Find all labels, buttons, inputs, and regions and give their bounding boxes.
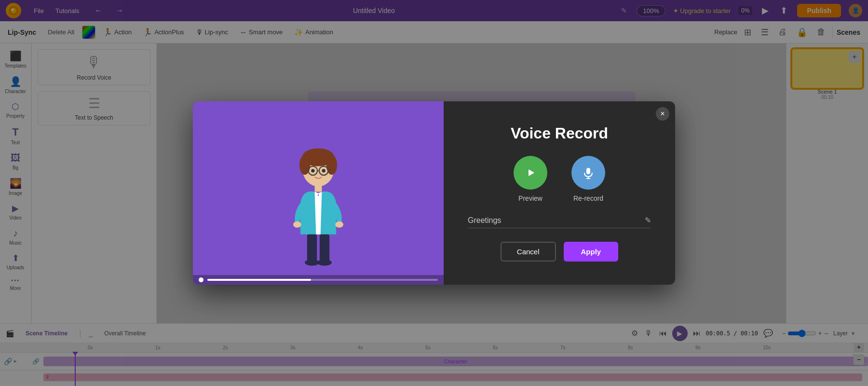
rerecord-label: Re-record: [573, 194, 603, 202]
modal-video-progress: [193, 275, 444, 285]
cancel-button[interactable]: Cancel: [501, 242, 556, 262]
modal-actions: Preview Re-record: [514, 156, 605, 202]
svg-point-13: [322, 169, 325, 172]
apply-button[interactable]: Apply: [564, 242, 619, 262]
rerecord-button[interactable]: [571, 156, 605, 190]
modal-right-panel: Voice Record Preview: [444, 101, 675, 285]
play-icon: [524, 166, 537, 179]
svg-rect-22: [586, 168, 590, 174]
preview-action: Preview: [514, 156, 547, 202]
greetings-input[interactable]: [468, 216, 645, 225]
modal-character: [275, 145, 362, 270]
svg-marker-21: [529, 169, 534, 176]
mic-icon: [582, 166, 595, 179]
edit-icon[interactable]: ✎: [645, 216, 651, 225]
rerecord-action: Re-record: [571, 156, 605, 202]
progress-bar[interactable]: [207, 279, 438, 281]
modal-buttons: Cancel Apply: [501, 242, 618, 262]
svg-point-16: [335, 221, 343, 228]
modal-close-button[interactable]: ×: [656, 107, 669, 121]
svg-rect-18: [320, 234, 329, 262]
svg-point-19: [305, 260, 319, 266]
modal-title: Voice Record: [511, 124, 608, 142]
preview-button[interactable]: [514, 156, 547, 190]
preview-label: Preview: [518, 194, 542, 202]
voice-record-modal: ×: [193, 101, 675, 285]
progress-dot: [199, 277, 203, 282]
modal-text-row: ✎: [468, 216, 651, 228]
svg-point-12: [311, 169, 314, 172]
svg-point-20: [317, 260, 332, 266]
modal-video-panel: [193, 101, 444, 285]
progress-fill: [207, 279, 311, 281]
svg-rect-14: [315, 185, 322, 192]
modal-overlay[interactable]: ×: [0, 0, 868, 386]
character-svg: [275, 145, 362, 270]
svg-rect-17: [307, 234, 317, 262]
svg-point-15: [293, 221, 301, 228]
